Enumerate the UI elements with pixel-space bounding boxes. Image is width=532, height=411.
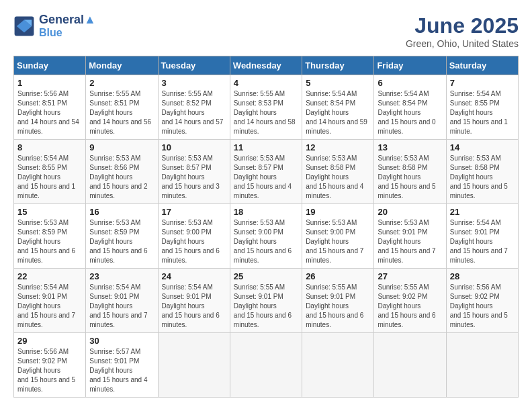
week-row-2: 8Sunrise: 5:54 AMSunset: 8:55 PMDaylight…: [14, 140, 519, 204]
calendar-cell: 2Sunrise: 5:55 AMSunset: 8:51 PMDaylight…: [86, 75, 158, 140]
day-detail: Sunrise: 5:54 AMSunset: 9:01 PMDaylight …: [162, 283, 220, 328]
calendar-cell: [374, 333, 446, 398]
day-number: 18: [234, 207, 298, 217]
day-number: 30: [89, 336, 154, 346]
calendar-cell: 8Sunrise: 5:54 AMSunset: 8:55 PMDaylight…: [14, 140, 86, 204]
calendar-cell: 16Sunrise: 5:53 AMSunset: 8:59 PMDayligh…: [86, 204, 158, 269]
week-row-3: 15Sunrise: 5:53 AMSunset: 8:59 PMDayligh…: [14, 204, 519, 269]
day-detail: Sunrise: 5:54 AMSunset: 9:01 PMDaylight …: [450, 219, 508, 264]
week-row-1: 1Sunrise: 5:56 AMSunset: 8:51 PMDaylight…: [14, 75, 519, 140]
day-number: 17: [162, 207, 226, 217]
day-number: 19: [306, 207, 370, 217]
day-number: 14: [450, 142, 515, 152]
column-header-tuesday: Tuesday: [158, 56, 230, 75]
calendar-cell: 7Sunrise: 5:54 AMSunset: 8:55 PMDaylight…: [446, 75, 518, 140]
calendar-cell: 6Sunrise: 5:54 AMSunset: 8:54 PMDaylight…: [374, 75, 446, 140]
day-detail: Sunrise: 5:53 AMSunset: 9:00 PMDaylight …: [162, 219, 220, 264]
calendar-cell: 18Sunrise: 5:53 AMSunset: 9:00 PMDayligh…: [230, 204, 302, 269]
calendar-table: SundayMondayTuesdayWednesdayThursdayFrid…: [13, 56, 519, 398]
day-number: 7: [450, 78, 515, 88]
week-row-5: 29Sunrise: 5:56 AMSunset: 9:02 PMDayligh…: [14, 333, 519, 398]
calendar-cell: 26Sunrise: 5:55 AMSunset: 9:01 PMDayligh…: [302, 269, 374, 333]
calendar-cell: 24Sunrise: 5:54 AMSunset: 9:01 PMDayligh…: [158, 269, 230, 333]
day-detail: Sunrise: 5:54 AMSunset: 8:54 PMDaylight …: [378, 90, 435, 135]
day-number: 10: [162, 142, 226, 152]
calendar-cell: [158, 333, 230, 398]
calendar-cell: 4Sunrise: 5:55 AMSunset: 8:53 PMDaylight…: [230, 75, 302, 140]
title-block: June 2025 Green, Ohio, United States: [406, 13, 519, 49]
day-number: 5: [306, 78, 370, 88]
calendar-cell: 12Sunrise: 5:53 AMSunset: 8:58 PMDayligh…: [302, 140, 374, 204]
logo-text: General▲ Blue: [39, 13, 96, 38]
day-number: 29: [17, 336, 82, 346]
day-number: 1: [17, 78, 82, 88]
day-detail: Sunrise: 5:54 AMSunset: 8:55 PMDaylight …: [450, 90, 508, 135]
day-number: 13: [378, 142, 442, 152]
day-number: 15: [17, 207, 82, 217]
week-row-4: 22Sunrise: 5:54 AMSunset: 9:01 PMDayligh…: [14, 269, 519, 333]
column-header-saturday: Saturday: [446, 56, 518, 75]
column-header-thursday: Thursday: [302, 56, 374, 75]
column-header-friday: Friday: [374, 56, 446, 75]
day-detail: Sunrise: 5:53 AMSunset: 9:00 PMDaylight …: [306, 219, 363, 264]
calendar-cell: 22Sunrise: 5:54 AMSunset: 9:01 PMDayligh…: [14, 269, 86, 333]
day-detail: Sunrise: 5:53 AMSunset: 8:58 PMDaylight …: [378, 154, 435, 199]
calendar-cell: 20Sunrise: 5:53 AMSunset: 9:01 PMDayligh…: [374, 204, 446, 269]
calendar-cell: 30Sunrise: 5:57 AMSunset: 9:01 PMDayligh…: [86, 333, 158, 398]
day-number: 22: [17, 271, 82, 281]
day-number: 24: [162, 271, 226, 281]
day-detail: Sunrise: 5:55 AMSunset: 9:01 PMDaylight …: [234, 283, 292, 328]
calendar-cell: 13Sunrise: 5:53 AMSunset: 8:58 PMDayligh…: [374, 140, 446, 204]
logo-icon: [13, 15, 35, 37]
logo: General▲ Blue: [13, 13, 96, 38]
calendar-cell: [446, 333, 518, 398]
calendar-cell: [230, 333, 302, 398]
day-number: 12: [306, 142, 370, 152]
day-detail: Sunrise: 5:53 AMSunset: 9:00 PMDaylight …: [234, 219, 292, 264]
day-detail: Sunrise: 5:54 AMSunset: 8:55 PMDaylight …: [17, 154, 75, 199]
day-detail: Sunrise: 5:53 AMSunset: 8:59 PMDaylight …: [89, 219, 147, 264]
calendar-cell: 17Sunrise: 5:53 AMSunset: 9:00 PMDayligh…: [158, 204, 230, 269]
day-detail: Sunrise: 5:55 AMSunset: 8:51 PMDaylight …: [89, 90, 151, 135]
calendar-cell: 25Sunrise: 5:55 AMSunset: 9:01 PMDayligh…: [230, 269, 302, 333]
day-detail: Sunrise: 5:54 AMSunset: 9:01 PMDaylight …: [17, 283, 75, 328]
day-detail: Sunrise: 5:56 AMSunset: 9:02 PMDaylight …: [450, 283, 508, 328]
calendar-cell: 21Sunrise: 5:54 AMSunset: 9:01 PMDayligh…: [446, 204, 518, 269]
day-detail: Sunrise: 5:53 AMSunset: 9:01 PMDaylight …: [378, 219, 435, 264]
day-number: 23: [89, 271, 154, 281]
day-detail: Sunrise: 5:55 AMSunset: 8:53 PMDaylight …: [234, 90, 296, 135]
day-detail: Sunrise: 5:54 AMSunset: 8:54 PMDaylight …: [306, 90, 367, 135]
day-number: 16: [89, 207, 154, 217]
calendar-cell: 5Sunrise: 5:54 AMSunset: 8:54 PMDaylight…: [302, 75, 374, 140]
day-detail: Sunrise: 5:55 AMSunset: 8:52 PMDaylight …: [162, 90, 224, 135]
day-number: 9: [89, 142, 154, 152]
day-detail: Sunrise: 5:54 AMSunset: 9:01 PMDaylight …: [89, 283, 147, 328]
day-detail: Sunrise: 5:53 AMSunset: 8:59 PMDaylight …: [17, 219, 75, 264]
calendar-cell: 10Sunrise: 5:53 AMSunset: 8:57 PMDayligh…: [158, 140, 230, 204]
calendar-cell: 27Sunrise: 5:55 AMSunset: 9:02 PMDayligh…: [374, 269, 446, 333]
column-header-monday: Monday: [86, 56, 158, 75]
calendar-cell: 28Sunrise: 5:56 AMSunset: 9:02 PMDayligh…: [446, 269, 518, 333]
page-header: General▲ Blue June 2025 Green, Ohio, Uni…: [13, 13, 519, 49]
day-number: 8: [17, 142, 82, 152]
day-number: 11: [234, 142, 298, 152]
day-number: 21: [450, 207, 515, 217]
day-number: 6: [378, 78, 442, 88]
day-number: 28: [450, 271, 515, 281]
day-detail: Sunrise: 5:53 AMSunset: 8:56 PMDaylight …: [89, 154, 147, 199]
day-detail: Sunrise: 5:53 AMSunset: 8:57 PMDaylight …: [162, 154, 220, 199]
day-number: 25: [234, 271, 298, 281]
calendar-cell: 9Sunrise: 5:53 AMSunset: 8:56 PMDaylight…: [86, 140, 158, 204]
day-number: 20: [378, 207, 442, 217]
calendar-cell: 1Sunrise: 5:56 AMSunset: 8:51 PMDaylight…: [14, 75, 86, 140]
day-number: 2: [89, 78, 154, 88]
calendar-cell: 14Sunrise: 5:53 AMSunset: 8:58 PMDayligh…: [446, 140, 518, 204]
calendar-cell: [302, 333, 374, 398]
day-detail: Sunrise: 5:56 AMSunset: 9:02 PMDaylight …: [17, 348, 75, 393]
calendar-cell: 29Sunrise: 5:56 AMSunset: 9:02 PMDayligh…: [14, 333, 86, 398]
day-detail: Sunrise: 5:55 AMSunset: 9:02 PMDaylight …: [378, 283, 435, 328]
day-detail: Sunrise: 5:53 AMSunset: 8:58 PMDaylight …: [306, 154, 363, 199]
day-detail: Sunrise: 5:55 AMSunset: 9:01 PMDaylight …: [306, 283, 363, 328]
day-detail: Sunrise: 5:53 AMSunset: 8:58 PMDaylight …: [450, 154, 508, 199]
day-detail: Sunrise: 5:57 AMSunset: 9:01 PMDaylight …: [89, 348, 147, 393]
